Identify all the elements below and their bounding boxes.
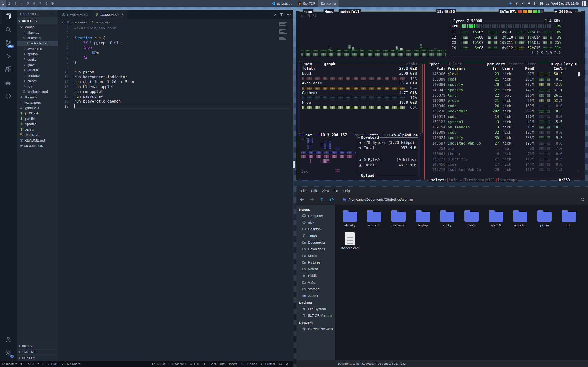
path-bar[interactable]: /home/nick/Documents/Git/dotfiles/.confi… bbox=[339, 198, 575, 201]
explorer-section-identify[interactable]: IDENTIFY bbox=[17, 355, 58, 361]
tree-item-conky[interactable]: conky bbox=[17, 57, 58, 62]
code-editor[interactable]: 1#!/usr/bin/env bash23function run {4 if… bbox=[58, 26, 293, 109]
proc-scroll-arrow[interactable]: ↓ bbox=[578, 169, 580, 173]
disks-toggle-button[interactable]: disks bbox=[405, 62, 418, 66]
status-reload[interactable]: Reload bbox=[246, 361, 259, 367]
menu-edit[interactable]: Edit bbox=[309, 189, 319, 193]
tree-item-screenshots[interactable]: screenshots bbox=[17, 143, 58, 148]
process-row-140309[interactable]: 140309code32nick187M0.0 bbox=[426, 130, 578, 135]
battery-icon[interactable] bbox=[540, 1, 544, 5]
tree-item-picom[interactable]: picom bbox=[17, 78, 58, 84]
status-shell-script[interactable]: Shell Script bbox=[208, 361, 227, 367]
close-tab-icon[interactable]: ✕ bbox=[121, 12, 124, 17]
tree-item-.xprofile[interactable]: $.xprofile bbox=[17, 121, 58, 127]
taskbar-window-BpyTOP[interactable]: BpyTOP bbox=[295, 0, 318, 7]
more-actions-icon[interactable] bbox=[287, 13, 291, 17]
folder-item-conky[interactable]: conky bbox=[435, 209, 459, 227]
place-nick[interactable]: nick bbox=[296, 219, 335, 226]
tree-item-bpytop[interactable]: bpytop bbox=[17, 51, 58, 57]
folder-item-alacritty[interactable]: alacritty bbox=[338, 209, 362, 227]
status-ln-17--col-1[interactable]: Ln 17, Col 1 bbox=[150, 361, 171, 367]
process-row-139154[interactable]: 139154pulseaudio3nick17M18.3 bbox=[426, 125, 578, 130]
place-documents[interactable]: Documents bbox=[296, 239, 335, 246]
activity-files-button[interactable] bbox=[0, 10, 17, 23]
tree-item-.themes[interactable]: .themes bbox=[17, 94, 58, 100]
workspace-button-8[interactable]: 8 bbox=[43, 0, 50, 7]
breadcrumb-item[interactable]: autostart.sh bbox=[96, 21, 112, 24]
process-row-140042[interactable]: 140042spotify27nick147M31.1 bbox=[426, 87, 578, 93]
activity-debug-button[interactable] bbox=[0, 50, 17, 63]
interval-control[interactable]: + 2000ms - bbox=[554, 9, 578, 14]
process-row-139238[interactable]: 139238GeckoMain202nick599M0.3 bbox=[426, 108, 578, 114]
forward-button[interactable] bbox=[309, 197, 314, 202]
breadcrumb-item[interactable]: .config bbox=[61, 21, 70, 24]
status-utf-8[interactable]: UTF-8 bbox=[188, 361, 200, 367]
clock[interactable]: Wed Dec 15, 12:49 bbox=[551, 2, 579, 5]
place-music[interactable]: Music bbox=[296, 252, 335, 259]
tree-item-gtk3.0[interactable]: gtk-3.0 bbox=[17, 67, 58, 73]
project-root-row[interactable]: DOTFILES bbox=[17, 17, 58, 24]
split-editor-icon[interactable] bbox=[280, 13, 284, 17]
folder-item-awesome[interactable]: awesome bbox=[386, 209, 411, 227]
process-row-150889[interactable]: 150889code21nick251M0.3 bbox=[426, 77, 578, 82]
tree-item-Trolltech.conf[interactable]: Trolltech.conf bbox=[17, 89, 58, 94]
place-trash[interactable]: Trash bbox=[296, 232, 335, 239]
up-button[interactable] bbox=[319, 197, 324, 202]
folder-item-autostart[interactable]: autostart bbox=[362, 209, 386, 227]
folder-item-gtk30[interactable]: gtk-3.0 bbox=[484, 209, 508, 227]
proc-sort-selector[interactable]: < cpu lazy > bbox=[550, 62, 578, 66]
editor-tab-README.md[interactable]: README.md bbox=[58, 10, 91, 19]
phone-icon[interactable] bbox=[533, 1, 537, 5]
status-prettier[interactable]: Prettier bbox=[259, 361, 277, 367]
place-videos[interactable]: Videos bbox=[296, 266, 335, 272]
menu-button[interactable]: Menu bbox=[324, 9, 334, 14]
tree-item-awesome[interactable]: awesome bbox=[17, 46, 58, 51]
process-row-145716[interactable]: 145716Isolated Web Co29nick166M1.3 bbox=[426, 167, 578, 172]
minimap[interactable] bbox=[279, 22, 288, 40]
reload-button[interactable] bbox=[580, 197, 585, 202]
process-row-140024[interactable]: 140024spotify35nick238M9.3 bbox=[426, 135, 578, 140]
tree-item-autostart.sh[interactable]: $autostart.sh bbox=[17, 41, 58, 46]
proc-scrollbar-thumb[interactable] bbox=[578, 72, 580, 76]
proc-table-header[interactable]: Pid:Program:Tr:User:MemBCpu% ↑ bbox=[426, 66, 578, 71]
workspace-button-9[interactable]: 9 bbox=[50, 0, 56, 7]
activity-docker-button[interactable] bbox=[0, 76, 17, 90]
status-keyboard[interactable] bbox=[239, 361, 246, 367]
menu-view[interactable]: View bbox=[319, 189, 331, 193]
workspace-button-1[interactable]: 1 bbox=[0, 0, 6, 7]
status-cast[interactable] bbox=[277, 361, 284, 367]
tree-item-rofi[interactable]: rofi bbox=[17, 84, 58, 89]
graph-toggle-button[interactable]: graph bbox=[323, 62, 336, 66]
status-live-share[interactable]: Live Share bbox=[59, 361, 82, 367]
tree-item-README.md[interactable]: README.md bbox=[17, 138, 58, 143]
place-storage[interactable]: storage bbox=[296, 286, 335, 292]
net-interface-switcher[interactable]: <b wlp4s0 n> bbox=[390, 133, 419, 137]
proc-reverse-button[interactable]: reverse bbox=[507, 62, 525, 66]
bluetooth-icon[interactable] bbox=[515, 1, 519, 5]
proc-tree-button[interactable]: tree bbox=[527, 62, 537, 66]
process-row-146006[interactable]: 146006glava23nick87M50.3 bbox=[426, 71, 578, 77]
status-spaces--4[interactable]: Spaces: 4 bbox=[171, 361, 188, 367]
terminate-button[interactable]: Terminate bbox=[464, 178, 484, 182]
process-row-254[interactable]: 254gfx1root0B7.0 bbox=[426, 146, 578, 151]
breadcrumb-item[interactable]: autostart bbox=[75, 21, 87, 24]
taskbar-window-config[interactable]: .config bbox=[318, 0, 338, 7]
activity-remote-button[interactable] bbox=[0, 90, 17, 103]
workspace-button-2[interactable]: 2 bbox=[6, 0, 12, 7]
process-row-140084[interactable]: 140084spotify28nick217M42.9 bbox=[426, 82, 578, 87]
breadcrumb[interactable]: .config›autostart›$autostart.sh bbox=[58, 19, 293, 25]
window-resize-handle[interactable] bbox=[293, 161, 295, 168]
device-file-system[interactable]: File System bbox=[296, 306, 335, 312]
process-row-140450[interactable]: 140450code17nick144M0.0 bbox=[426, 162, 578, 167]
folder-item-bpytop[interactable]: bpytop bbox=[411, 209, 435, 227]
volume-icon[interactable] bbox=[521, 1, 525, 5]
status-sync[interactable] bbox=[19, 361, 26, 367]
process-row-151123[interactable]: 151123python33nick41M5.5 bbox=[426, 119, 578, 125]
process-row-138879[interactable]: 138879Xorg22root216M26.5 bbox=[426, 93, 578, 98]
tree-item-.profile[interactable]: $.profile bbox=[17, 116, 58, 122]
tree-item-glava[interactable]: glava bbox=[17, 62, 58, 68]
process-row-140340[interactable]: 140340code26nick169M0.0 bbox=[426, 103, 578, 108]
place-vms[interactable]: VMs bbox=[296, 279, 335, 286]
activity-ext-button[interactable] bbox=[0, 63, 17, 76]
status-insert[interactable]: Insert bbox=[227, 361, 239, 367]
